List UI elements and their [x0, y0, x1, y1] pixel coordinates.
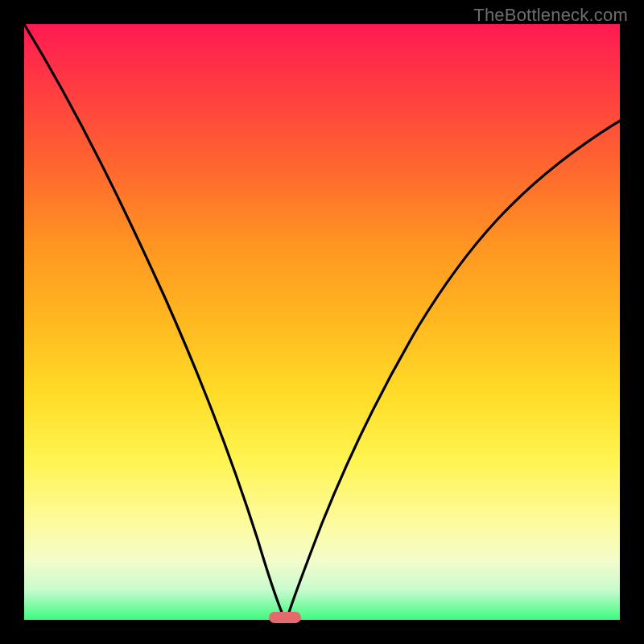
bottleneck-curve [24, 24, 620, 620]
curve-layer [24, 24, 620, 620]
chart-frame: TheBottleneck.com [0, 0, 644, 644]
minimum-marker [269, 612, 301, 623]
watermark-text: TheBottleneck.com [473, 5, 628, 26]
plot-area [24, 24, 620, 620]
